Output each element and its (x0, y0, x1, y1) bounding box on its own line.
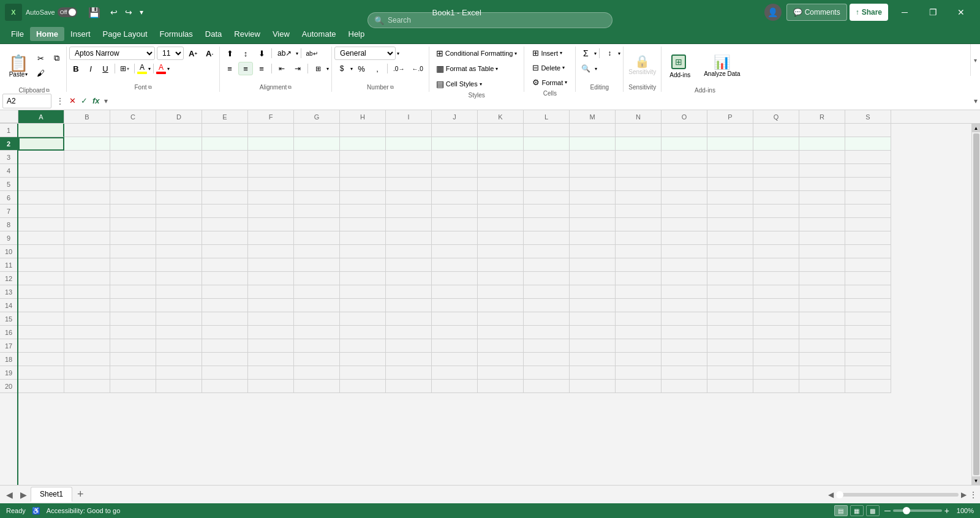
cell-K10[interactable] (478, 245, 524, 258)
cell-P5[interactable] (707, 178, 753, 191)
cell-J20[interactable] (432, 380, 478, 393)
cell-A10[interactable] (18, 245, 64, 258)
cell-L3[interactable] (524, 151, 570, 164)
cell-B8[interactable] (64, 218, 110, 231)
cell-P3[interactable] (707, 151, 753, 164)
cell-N15[interactable] (616, 312, 662, 326)
cell-I19[interactable] (386, 366, 432, 380)
cell-I18[interactable] (386, 353, 432, 366)
find-select-button[interactable]: 🔍 (578, 62, 594, 75)
cell-S2[interactable] (845, 137, 891, 151)
copy-button[interactable]: ⧉ (49, 51, 64, 65)
align-left-button[interactable]: ≡ (222, 62, 237, 75)
cell-B13[interactable] (64, 285, 110, 299)
cell-O3[interactable] (662, 151, 707, 164)
cell-N5[interactable] (616, 178, 662, 191)
cell-S19[interactable] (845, 366, 891, 380)
cell-M20[interactable] (570, 380, 616, 393)
percent-button[interactable]: % (354, 62, 369, 75)
cell-N20[interactable] (616, 380, 662, 393)
row-num-5[interactable]: 5 (0, 178, 17, 191)
cell-H8[interactable] (340, 218, 386, 231)
cell-L4[interactable] (524, 164, 570, 178)
cell-G20[interactable] (294, 380, 340, 393)
cell-N2[interactable] (616, 137, 662, 151)
sheet-tab-sheet1[interactable]: Sheet1 (31, 487, 72, 502)
add-ins-button[interactable]: ⊞ Add-ins (664, 47, 696, 86)
cell-R10[interactable] (799, 245, 845, 258)
cell-L12[interactable] (524, 272, 570, 285)
restore-button[interactable]: ❐ (919, 0, 947, 24)
cell-R19[interactable] (799, 366, 845, 380)
cell-S11[interactable] (845, 258, 891, 272)
cell-B18[interactable] (64, 353, 110, 366)
cell-O7[interactable] (662, 205, 707, 218)
align-bottom-button[interactable]: ⬇ (254, 47, 269, 60)
cell-S1[interactable] (845, 124, 891, 137)
cell-H15[interactable] (340, 312, 386, 326)
col-header-B[interactable]: B (64, 110, 110, 123)
sum-button[interactable]: Σ (578, 47, 593, 60)
cell-E7[interactable] (202, 205, 248, 218)
cell-B2[interactable] (64, 137, 110, 151)
row-num-1[interactable]: 1 (0, 124, 17, 137)
cell-F3[interactable] (248, 151, 294, 164)
cell-R13[interactable] (799, 285, 845, 299)
cell-P18[interactable] (707, 353, 753, 366)
cell-K16[interactable] (478, 326, 524, 339)
cell-G16[interactable] (294, 326, 340, 339)
cell-E1[interactable] (202, 124, 248, 137)
cell-A14[interactable] (18, 299, 64, 312)
cell-J17[interactable] (432, 339, 478, 353)
cell-D15[interactable] (156, 312, 202, 326)
row-num-19[interactable]: 19 (0, 366, 17, 380)
row-num-17[interactable]: 17 (0, 339, 17, 353)
cell-G12[interactable] (294, 272, 340, 285)
cell-B9[interactable] (64, 231, 110, 245)
cell-P13[interactable] (707, 285, 753, 299)
cell-J7[interactable] (432, 205, 478, 218)
cell-E6[interactable] (202, 191, 248, 205)
increase-font-size-button[interactable]: A+ (186, 47, 200, 60)
cell-G18[interactable] (294, 353, 340, 366)
col-header-G[interactable]: G (294, 110, 340, 123)
zoom-in-button[interactable]: + (944, 506, 949, 516)
cell-C15[interactable] (110, 312, 156, 326)
cell-I3[interactable] (386, 151, 432, 164)
cell-G4[interactable] (294, 164, 340, 178)
cell-I15[interactable] (386, 312, 432, 326)
cell-R9[interactable] (799, 231, 845, 245)
cell-D5[interactable] (156, 178, 202, 191)
cell-C3[interactable] (110, 151, 156, 164)
cell-B7[interactable] (64, 205, 110, 218)
cell-K18[interactable] (478, 353, 524, 366)
sort-filter-button[interactable]: ↕ (602, 47, 617, 60)
cell-Q16[interactable] (753, 326, 799, 339)
increase-decimal-button[interactable]: .0→ (390, 62, 407, 75)
cell-E20[interactable] (202, 380, 248, 393)
cell-H2[interactable] (340, 137, 386, 151)
cell-F13[interactable] (248, 285, 294, 299)
cell-Q8[interactable] (753, 218, 799, 231)
cell-R1[interactable] (799, 124, 845, 137)
cell-C16[interactable] (110, 326, 156, 339)
cell-O16[interactable] (662, 326, 707, 339)
cell-J12[interactable] (432, 272, 478, 285)
cell-R14[interactable] (799, 299, 845, 312)
close-button[interactable]: ✕ (947, 0, 975, 24)
cell-C2[interactable] (110, 137, 156, 151)
cell-G3[interactable] (294, 151, 340, 164)
cell-K11[interactable] (478, 258, 524, 272)
row-num-3[interactable]: 3 (0, 151, 17, 164)
cell-Q4[interactable] (753, 164, 799, 178)
share-button[interactable]: ↑ Share (850, 4, 888, 21)
save-button[interactable]: 💾 (85, 6, 104, 20)
cell-O17[interactable] (662, 339, 707, 353)
cell-F16[interactable] (248, 326, 294, 339)
cell-C12[interactable] (110, 272, 156, 285)
cell-N6[interactable] (616, 191, 662, 205)
menu-view[interactable]: View (266, 27, 296, 41)
cell-E19[interactable] (202, 366, 248, 380)
insert-function-button[interactable]: fx (91, 95, 102, 107)
cell-P1[interactable] (707, 124, 753, 137)
